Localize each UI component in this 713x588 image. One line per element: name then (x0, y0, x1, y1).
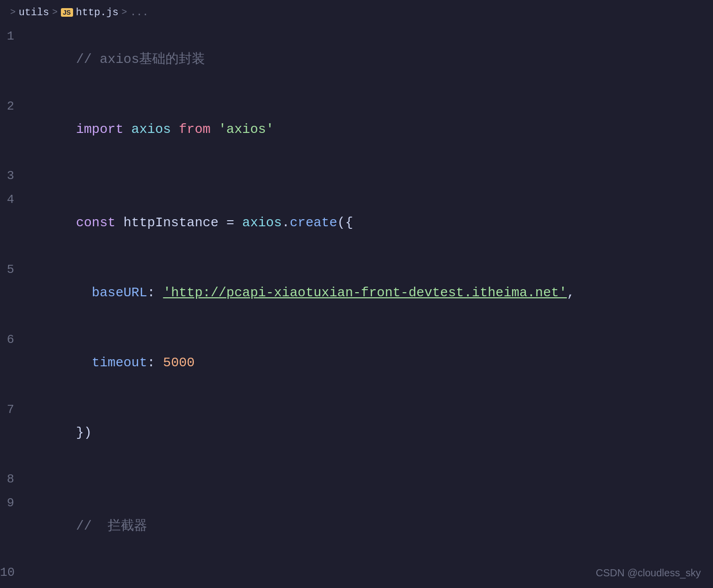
token-baseurl: baseURL (92, 285, 147, 300)
token-5000: 5000 (163, 355, 194, 370)
breadcrumb-sep1: > (52, 7, 58, 17)
comment-9: // 拦截器 (76, 518, 147, 534)
code-editor: 1 // axios基础的封装 2 import axios from 'axi… (0, 24, 713, 588)
code-line-11: 11 // axios请求拦截器 (0, 584, 713, 588)
line-num-6: 6 (0, 328, 26, 352)
token-axios2: axios (242, 215, 282, 230)
breadcrumb: > utils > JS http.js > ... (0, 0, 713, 24)
line-num-8: 8 (0, 468, 26, 491)
breadcrumb-sep2: > (122, 7, 127, 17)
token-dot1: . (282, 215, 290, 230)
code-line-4: 4 const httpInstance = axios.create({ (0, 188, 713, 258)
js-icon: JS (61, 8, 73, 17)
indent-6 (76, 355, 92, 370)
line-content-9: // 拦截器 (26, 491, 713, 561)
code-line-3: 3 (0, 164, 713, 188)
line-content-11: // axios请求拦截器 (26, 584, 713, 588)
line-num-3: 3 (0, 164, 26, 188)
line-num-4: 4 (0, 188, 26, 212)
code-line-9: 9 // 拦截器 (0, 491, 713, 561)
code-line-8: 8 (0, 468, 713, 491)
line-num-10: 10 (0, 561, 26, 584)
line-num-5: 5 (0, 258, 26, 282)
code-line-7: 7 }) (0, 398, 713, 468)
line-content-7: }) (26, 398, 713, 468)
token-httpinstance: httpInstance (123, 215, 226, 230)
token-axios: axios (131, 122, 179, 137)
token-axios-string: 'axios' (218, 122, 274, 137)
code-line-6: 6 timeout: 5000 (0, 328, 713, 398)
token-const: const (76, 215, 124, 230)
line-content-4: const httpInstance = axios.create({ (26, 188, 713, 258)
breadcrumb-dots: ... (130, 7, 148, 18)
code-line-2: 2 import axios from 'axios' (0, 94, 713, 164)
token-comma5: , (567, 285, 575, 300)
line-num-2: 2 (0, 95, 26, 118)
line-num-7: 7 (0, 398, 26, 422)
breadcrumb-utils[interactable]: utils (19, 7, 49, 18)
line-content-5: baseURL: 'http://pcapi-xiaotuxian-front-… (26, 258, 713, 328)
token-import: import (76, 122, 131, 137)
line-content-6: timeout: 5000 (26, 328, 713, 398)
token-colon5: : (147, 285, 163, 300)
token-eq: = (226, 215, 242, 230)
comment-1: // axios基础的封装 (76, 52, 206, 67)
line-num-11: 11 (0, 585, 26, 588)
code-line-5: 5 baseURL: 'http://pcapi-xiaotuxian-fron… (0, 258, 713, 328)
breadcrumb-filename[interactable]: http.js (76, 7, 119, 18)
line-content-2: import axios from 'axios' (26, 94, 713, 164)
indent-5 (76, 285, 92, 300)
token-from: from (179, 122, 218, 137)
token-url: 'http://pcapi-xiaotuxian-front-devtest.i… (163, 285, 567, 300)
watermark: CSDN @cloudless_sky (596, 567, 701, 579)
line-num-9: 9 (0, 492, 26, 515)
breadcrumb-arrow: > (10, 7, 16, 17)
line-content-1: // axios基础的封装 (26, 24, 713, 94)
token-closebrace7: }) (76, 425, 92, 440)
token-colon6: : (147, 355, 163, 370)
token-create: create (290, 215, 337, 230)
token-timeout: timeout (92, 355, 147, 370)
code-line-1: 1 // axios基础的封装 (0, 24, 713, 94)
token-brace1: ({ (337, 215, 353, 230)
line-num-1: 1 (0, 25, 26, 48)
